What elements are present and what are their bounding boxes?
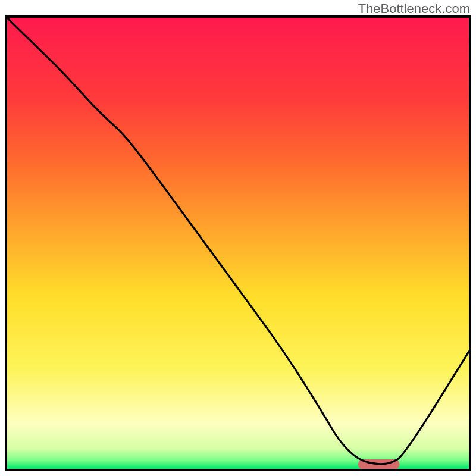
plot-area [5,15,471,471]
chart-root: TheBottleneck.com [0,0,476,476]
watermark-text: TheBottleneck.com [358,1,470,17]
series-canvas [7,18,469,469]
